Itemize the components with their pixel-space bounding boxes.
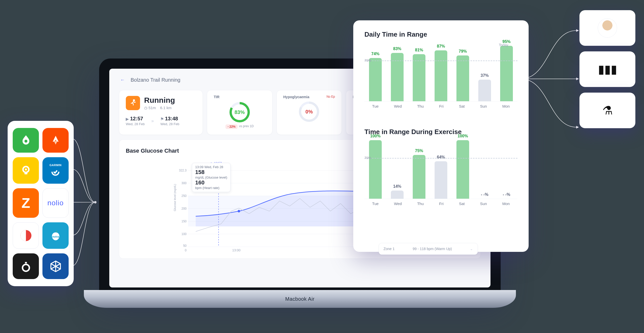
dexcom-icon[interactable] (13, 128, 39, 153)
svg-point-2 (25, 168, 27, 170)
bar-sat: 79% (455, 55, 471, 101)
svg-point-0 (24, 140, 27, 143)
donut-icon: 0% (299, 102, 319, 122)
svg-rect-3 (24, 173, 27, 174)
svg-text:322.3: 322.3 (179, 169, 187, 172)
barcode-icon[interactable]: ▮▮▮ (579, 51, 635, 87)
svg-point-7 (22, 264, 29, 271)
bar-sun: 37% (477, 80, 493, 101)
bar-fri: 87% (433, 50, 449, 101)
tir-daily-title: Daily Time in Range (364, 31, 517, 38)
garmin-icon[interactable]: GARMIN (42, 157, 69, 184)
svg-point-36 (238, 210, 240, 212)
svg-text:300: 300 (181, 181, 187, 185)
donut-icon: 83% (229, 102, 250, 122)
activity-card: Running ◷ 51m 6.1 km ▶12:57 Wed, 28 Feb (119, 90, 203, 135)
zone-label: Zone 1 (384, 247, 395, 251)
tir-overlay-panel: Daily Time in Range Today70%74%83%81%87%… (353, 20, 529, 252)
running-icon (126, 96, 140, 110)
app-integrations-panel: GARMINZnolionutra (8, 121, 74, 286)
glucose-chart-title: Base Glucose Chart (126, 148, 179, 154)
laptop-label: Macbook Air (84, 290, 516, 308)
bar-mon: 95% (498, 46, 515, 101)
tir-daily-chart: Today70%74%83%81%87%79%37%95%TueWedThuFr… (364, 43, 517, 119)
svg-point-9 (133, 100, 134, 101)
activity-title: Running (144, 96, 175, 105)
bar-thu: 81% (411, 54, 427, 101)
back-arrow-icon[interactable]: ← (119, 76, 126, 83)
clock-icon: ◷ (144, 106, 147, 110)
right-destinations: ▮▮▮⚗ (579, 10, 635, 128)
bar-sat: 100% (455, 140, 471, 199)
play-icon: ▶ (126, 117, 129, 121)
svg-text:100: 100 (181, 232, 187, 236)
end-time-block: ⚑13:48 Wed, 28 Feb (160, 116, 179, 126)
svg-text:Glucose level (mg/dL): Glucose level (mg/dL) (173, 184, 176, 211)
bar-tue: 74% (367, 58, 384, 101)
flag-icon: ⚑ (160, 117, 164, 121)
svg-rect-6 (25, 262, 27, 263)
bar-fri: 64% (433, 161, 449, 199)
svg-text:200: 200 (181, 207, 187, 210)
metric-tir: TIR83%- 22%vs prev 1D (207, 90, 272, 135)
svg-text:250: 250 (181, 194, 187, 198)
avatar-icon[interactable] (579, 10, 635, 46)
bar-wed: 14% (389, 191, 405, 199)
start-time-block: ▶12:57 Wed, 28 Feb (126, 116, 145, 126)
tir-exercise-chart: 70%100%14%75%64%100%- -%- -%TueWedThuFri… (364, 140, 517, 217)
nolio-icon[interactable]: nolio (42, 188, 69, 218)
zone-row[interactable]: Zone 1 99 - 118 bpm (Warm Up) ⌄ (379, 243, 478, 255)
avatar-image (598, 19, 617, 37)
svg-text:13:00: 13:00 (232, 248, 241, 252)
chevron-down-icon: ⌄ (470, 247, 473, 251)
tir-exercise-title: Time in Range During Exercise (364, 128, 517, 136)
libre-icon[interactable] (13, 157, 39, 184)
oura-icon[interactable] (13, 253, 39, 279)
breadcrumb-title: Bolzano Trail Running (131, 77, 180, 83)
svg-text:150: 150 (181, 220, 187, 223)
nutracheck-icon[interactable]: nutra (42, 222, 69, 249)
glucose-tooltip: 13:09 Wed, Feb 28 158 mg/dL (Glucose lev… (192, 163, 231, 192)
lab-icon[interactable]: ⚗ (579, 93, 635, 128)
bar-tue: 100% (367, 140, 384, 199)
activity-subline: ◷ 51m 6.1 km (144, 106, 175, 110)
svg-text:0: 0 (185, 249, 187, 252)
bar-thu: 75% (411, 155, 427, 199)
svg-text:50: 50 (183, 244, 187, 248)
svg-point-8 (94, 201, 96, 203)
metric-hypo: HypoglycaemiaNo Ep0% (277, 90, 342, 135)
bar-wed: 83% (389, 53, 405, 101)
svg-text:nutra: nutra (52, 235, 59, 238)
redcircle-icon[interactable] (13, 222, 39, 249)
chevron-right-icon: » (151, 118, 154, 124)
zone-range: 99 - 118 bpm (Warm Up) (413, 247, 452, 251)
strava-icon[interactable] (42, 128, 69, 153)
zwift-icon[interactable]: Z (13, 188, 39, 218)
myfitnesspal-icon[interactable] (42, 253, 69, 279)
